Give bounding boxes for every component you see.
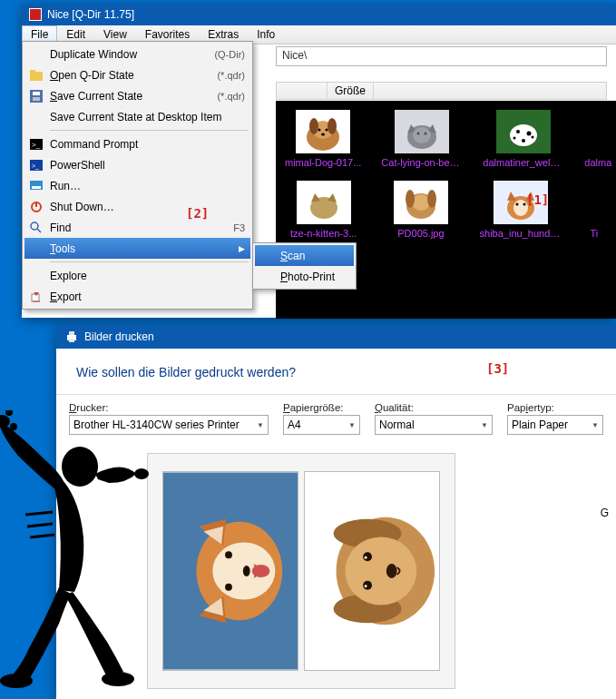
svg-rect-50 [69,331,74,335]
printer-select[interactable]: Brother HL-3140CW series Printer▼ [69,415,269,435]
svg-point-55 [225,584,232,591]
save-icon [29,89,44,103]
file-menu-dropdown: Duplicate Window (Q-Dir) Open Q-Dir Stat… [22,41,253,310]
svg-point-67 [365,556,367,559]
chevron-down-icon: ▼ [257,421,264,429]
svg-point-30 [515,203,518,206]
menu-open-state[interactable]: Open Q-Dir State (*.qdr) [24,64,250,85]
svg-point-7 [321,133,325,136]
printer-icon [65,330,78,343]
thumb-item[interactable]: mimal-Dog-017... [285,110,361,168]
thumb-label: mimal-Dog-017... [285,157,361,168]
menu-separator [50,130,249,131]
quality-select[interactable]: Normal▼ [375,415,493,435]
menu-tools[interactable]: Tools ▶ [24,238,250,259]
svg-rect-33 [30,70,35,74]
menu-find[interactable]: Find F3 [24,217,250,238]
chevron-down-icon: ▼ [592,421,599,429]
svg-point-10 [413,127,431,143]
svg-point-14 [510,124,537,146]
svg-text:>_: >_ [32,141,41,149]
svg-point-15 [516,130,520,133]
svg-point-16 [527,132,532,136]
preview-golden-rotated [304,471,440,671]
svg-point-31 [523,203,525,206]
svg-point-58 [252,565,270,577]
svg-rect-44 [35,202,37,207]
svg-point-72 [5,410,13,416]
menu-save-state[interactable]: Save Current State (*.qdr) [24,85,250,106]
cmd-icon: >_ [29,137,44,152]
submenu-scan[interactable]: Scan [255,245,354,266]
svg-line-78 [25,512,53,515]
svg-point-11 [417,133,420,135]
thumb-item[interactable]: shiba_inu_hund_l.jpg [480,181,562,239]
thumb-partial [589,110,607,153]
paper-size-select[interactable]: A4▼ [283,415,360,435]
chevron-down-icon: ▼ [481,421,488,429]
menu-duplicate-window[interactable]: Duplicate Window (Q-Dir) [24,44,250,64]
address-bar[interactable]: Nice\ [276,46,607,66]
paper-type-select[interactable]: Plain Paper▼ [507,415,603,435]
svg-rect-47 [32,294,39,301]
svg-point-19 [532,136,534,139]
print-title: Bilder drucken [84,330,154,343]
thumb-cat [395,110,449,153]
run-icon [29,179,44,193]
svg-point-4 [328,118,337,134]
menu-info[interactable]: Info [248,25,284,44]
printer-label: Drucker: [69,402,269,413]
svg-point-26 [427,190,436,208]
submenu-arrow-icon: ▶ [239,244,245,253]
thumb-label: PD005.jpg [382,228,459,239]
menu-powershell[interactable]: >_ PowerShell [24,154,250,175]
svg-rect-35 [33,92,40,95]
col-blank[interactable] [277,83,328,99]
quality-label: Qualität: [375,402,493,413]
annotation-2: [2] [186,206,209,221]
tools-submenu: Scan Photo-Print [252,242,357,290]
titlebar[interactable]: Nice [Q-Dir 11.75] [22,4,616,25]
submenu-photo-print[interactable]: Photo-Print [255,266,354,287]
svg-point-6 [326,129,328,132]
svg-point-12 [425,133,427,135]
svg-line-80 [30,535,54,537]
thumb-item[interactable]: dalma [584,110,611,168]
thumb-partial [585,181,603,224]
app-icon [29,8,42,21]
svg-point-68 [386,564,397,578]
svg-point-5 [318,129,321,132]
powershell-icon: >_ [29,158,44,172]
thumb-item[interactable]: Cat-lying-on-bed... [381,110,463,168]
svg-point-3 [309,118,318,134]
menu-command-prompt[interactable]: >_ Command Prompt [24,133,250,154]
menu-export[interactable]: Export [24,286,250,307]
svg-point-66 [365,585,367,587]
print-preview [147,453,455,689]
thumb-item[interactable]: tze-n-kitten-3... [285,181,362,239]
svg-line-46 [37,229,41,232]
thumb-label: Ti [582,228,607,239]
thumb-item[interactable]: dalmatiner_welpe... [483,110,564,168]
col-size[interactable]: Größe [328,83,374,99]
thumb-item[interactable]: PD005.jpg [382,181,459,239]
export-icon [29,290,44,304]
svg-point-63 [345,537,416,605]
print-dialog: Bilder drucken Wie sollen die Bilder ged… [56,325,616,699]
menu-shutdown[interactable]: Shut Down… [24,196,250,217]
menu-save-desktop[interactable]: Save Current State at Desktop Item [24,106,250,127]
print-titlebar[interactable]: Bilder drucken [56,325,616,349]
window-title: Nice [Q-Dir 11.75] [47,8,134,21]
svg-point-25 [406,190,415,208]
thumb-item[interactable]: Ti [582,181,607,239]
power-icon [29,200,44,214]
annotation-1: [1] [526,192,549,207]
preview-shiba-rotated [162,471,298,671]
svg-line-79 [27,524,53,527]
menu-explore[interactable]: Explore [24,265,250,286]
svg-point-76 [0,674,33,688]
menu-run[interactable]: Run… [24,175,250,196]
svg-point-17 [522,139,525,143]
folder-icon [29,68,44,83]
chevron-down-icon: ▼ [348,421,356,429]
